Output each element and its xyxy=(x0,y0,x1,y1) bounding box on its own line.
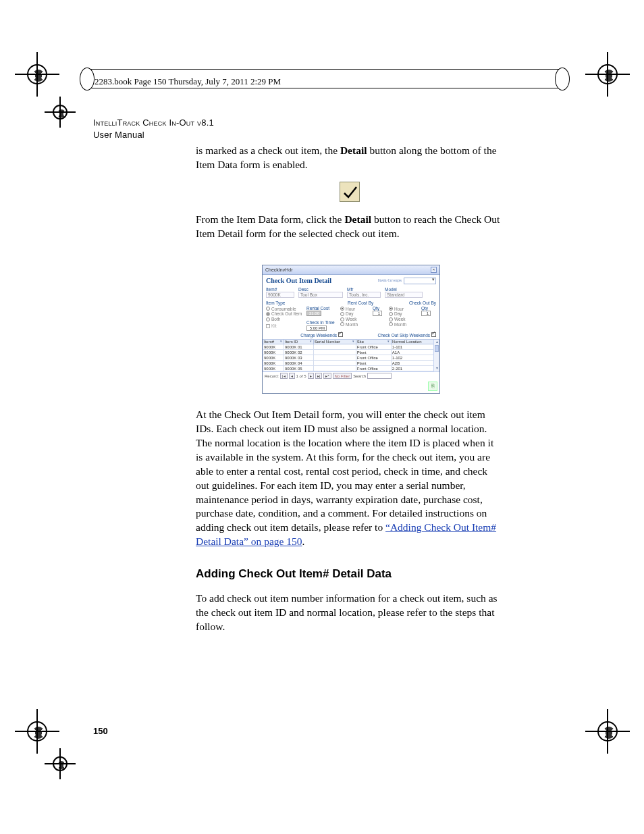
binding-hole-left xyxy=(80,68,95,90)
nav-nofilter-button[interactable]: No Filter xyxy=(333,373,352,379)
grid-cell[interactable] xyxy=(313,355,356,361)
checkoutby-day-radio[interactable]: Day xyxy=(389,311,419,316)
item-id-grid[interactable]: Item#▾Item ID▾Serial Number▾Site▾Normal … xyxy=(263,339,439,372)
rentby-month-radio[interactable]: Month xyxy=(340,322,370,327)
table-row[interactable]: 9000K9000K 01Front Office1-101 xyxy=(263,344,439,350)
checkoutby-month-radio[interactable]: Month xyxy=(389,322,419,327)
nav-next-button[interactable]: ▸ xyxy=(308,373,314,379)
charge-weekends-label: Charge Weekends xyxy=(300,333,337,338)
nav-prev-button[interactable]: ◂ xyxy=(289,373,295,379)
rent-cost-by-label: Rent Cost By xyxy=(348,301,373,305)
table-row[interactable]: 9000K9000K 03Front Office1-102 xyxy=(263,355,439,361)
desc-field[interactable]: Tool Box xyxy=(298,292,343,298)
grid-header[interactable]: Serial Number▾ xyxy=(313,339,356,344)
checkin-time-field[interactable]: 5:00 PM xyxy=(306,325,327,331)
table-row[interactable]: 9000K9000K 05Front Office2-201 xyxy=(263,366,439,371)
exit-button[interactable]: ⎘ xyxy=(428,382,437,391)
kit-checkbox[interactable]: Kit xyxy=(266,323,304,328)
window-titlebar[interactable]: CheckInvHdr × xyxy=(263,265,439,275)
grid-cell[interactable]: Front Office xyxy=(356,355,391,361)
rentby-day-radio[interactable]: Day xyxy=(340,311,370,316)
rentby-week-radio[interactable]: Week xyxy=(340,317,370,321)
grid-cell[interactable]: 9000K xyxy=(263,344,284,350)
grid-header[interactable]: Item ID▾ xyxy=(284,339,314,344)
nav-position: 1 of 5 xyxy=(296,374,306,379)
rental-cost-label: Rental Cost xyxy=(306,306,338,311)
grid-cell[interactable] xyxy=(313,361,356,366)
grid-cell[interactable]: Front Office xyxy=(356,344,391,350)
nav-first-button[interactable]: |◂ xyxy=(280,373,288,379)
item-type-both-radio[interactable]: Both xyxy=(266,317,304,321)
rentby-hour-radio[interactable]: Hour xyxy=(340,307,370,311)
grid-cell[interactable]: 1-101 xyxy=(391,344,439,350)
grid-cell[interactable]: 1-102 xyxy=(391,355,439,361)
grid-cell[interactable]: 9000K 01 xyxy=(284,344,314,350)
mfr-field[interactable]: Tools, Inc. xyxy=(347,292,381,298)
nav-search-label: Search xyxy=(353,374,366,379)
grid-cell[interactable]: A1A xyxy=(391,350,439,355)
header-rule-top xyxy=(86,69,563,70)
table-row[interactable]: 9000K9000K 04PlantA2B xyxy=(263,361,439,366)
model-field[interactable]: Standard xyxy=(385,292,423,298)
rental-cost-field[interactable]: 21.00 xyxy=(306,311,321,316)
grid-cell[interactable]: 9000K xyxy=(263,350,284,355)
checkout-qty-label: Qty xyxy=(421,306,435,311)
grid-cell[interactable] xyxy=(313,344,356,350)
grid-cell[interactable]: 9000K 05 xyxy=(284,366,314,371)
grid-cell[interactable]: Plant xyxy=(356,350,391,355)
rent-qty-label: Qty xyxy=(373,306,386,311)
nav-last-button[interactable]: ▸| xyxy=(315,373,323,379)
item-type-consumable-radio[interactable]: Consumable xyxy=(266,307,304,311)
grid-header[interactable]: Item#▾ xyxy=(263,339,284,344)
table-row[interactable]: 9000K9000K 02PlantA1A xyxy=(263,350,439,355)
body-para-3: At the Check Out Item Detail form, you w… xyxy=(196,408,503,549)
item-type-label: Item Type xyxy=(266,301,285,305)
checkoutby-week-radio[interactable]: Week xyxy=(389,317,419,321)
body-para-2: From the Item Data form, click the Detai… xyxy=(196,213,503,241)
grid-cell[interactable]: A2B xyxy=(391,361,439,366)
grid-cell[interactable]: 9000K 04 xyxy=(284,361,314,366)
close-icon[interactable]: × xyxy=(431,267,437,273)
item-type-checkout-radio[interactable]: Check Out Item xyxy=(266,311,304,316)
nav-new-button[interactable]: ▸* xyxy=(323,373,331,379)
item-groups-label: Item Groups xyxy=(378,278,402,284)
running-head: IntelliTrack Check In-Out v8.1 User Manu… xyxy=(93,117,214,140)
rent-qty-field[interactable]: 1 xyxy=(373,311,382,316)
print-job-header: 2283.book Page 150 Thursday, July 7, 201… xyxy=(95,76,281,87)
app-window: CheckInvHdr × Check Out Item Detail Item… xyxy=(262,265,440,394)
item-groups-combo[interactable] xyxy=(404,278,436,284)
charge-weekends-checkbox[interactable] xyxy=(338,332,343,337)
form-title: Check Out Item Detail xyxy=(266,277,331,284)
grid-cell[interactable]: Plant xyxy=(356,361,391,366)
item-number-label: Item# xyxy=(266,287,294,292)
nav-search-input[interactable] xyxy=(367,373,392,379)
checkout-skip-weekends-label: Check Out Skip Weekends xyxy=(377,333,430,338)
check-out-by-label: Check Out By xyxy=(409,301,436,305)
grid-cell[interactable]: 9000K xyxy=(263,366,284,371)
grid-header[interactable]: Normal Location xyxy=(391,339,439,344)
door-exit-icon: ⎘ xyxy=(431,383,435,389)
item-number-field[interactable]: 9000K xyxy=(266,292,294,298)
checkout-skip-weekends-checkbox[interactable] xyxy=(431,332,436,337)
grid-cell[interactable]: 2-201 xyxy=(391,366,439,371)
grid-cell[interactable] xyxy=(313,366,356,371)
page-number: 150 xyxy=(93,726,108,736)
checkout-qty-field[interactable]: 1 xyxy=(421,311,431,316)
grid-cell[interactable]: 9000K 02 xyxy=(284,350,314,355)
grid-cell[interactable]: Front Office xyxy=(356,366,391,371)
checkoutby-hour-radio[interactable]: Hour xyxy=(389,307,419,311)
grid-scrollbar[interactable]: ▴▾ xyxy=(433,340,439,371)
grid-cell[interactable]: 9000K xyxy=(263,355,284,361)
grid-cell[interactable] xyxy=(313,350,356,355)
body-para-4: To add check out item number information… xyxy=(196,592,503,634)
grid-cell[interactable]: 9000K xyxy=(263,361,284,366)
checkmark-icon xyxy=(340,182,360,202)
binding-hole-right xyxy=(555,68,570,90)
mfr-label: Mfr xyxy=(347,287,381,292)
record-navigator[interactable]: Record: |◂ ◂ 1 of 5 ▸ ▸| ▸* No Filter Se… xyxy=(263,371,439,380)
grid-cell[interactable]: 9000K 03 xyxy=(284,355,314,361)
product-name: IntelliTrack Check In-Out v8.1 xyxy=(93,118,214,128)
grid-header[interactable]: Site▾ xyxy=(356,339,391,344)
doc-type: User Manual xyxy=(93,130,144,140)
section-heading: Adding Check Out Item# Detail Data xyxy=(196,567,503,582)
